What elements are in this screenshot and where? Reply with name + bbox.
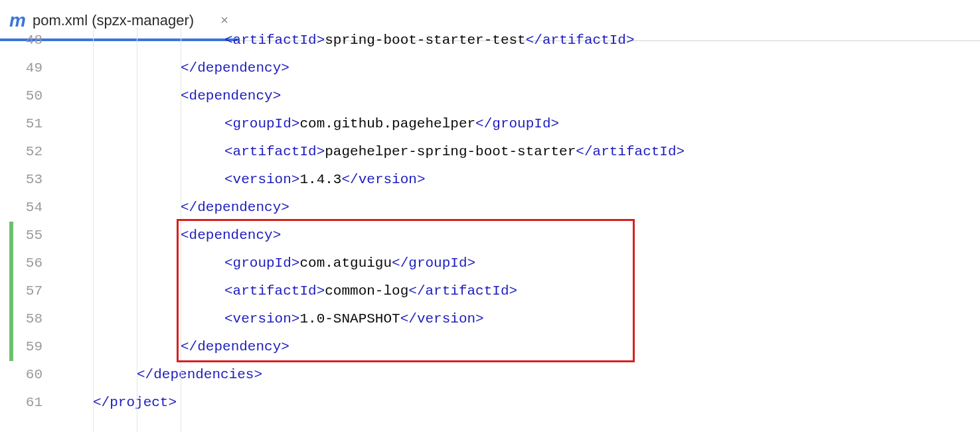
line-number: 59 [0, 333, 42, 361]
code-line[interactable]: <artifactId>common-log</artifactId> [54, 277, 980, 305]
line-number: 58 [0, 305, 42, 333]
code-line[interactable]: <artifactId>spring-boot-starter-test</ar… [54, 27, 980, 54]
line-number: 55 [0, 222, 42, 250]
indent-guide [93, 27, 94, 432]
code-line[interactable]: <groupId>com.atguigu</groupId> [54, 250, 980, 277]
line-number-gutter: 4849505152535455565758596061 [0, 27, 54, 432]
line-number: 56 [0, 250, 42, 277]
indent-guide [137, 27, 137, 432]
line-number: 51 [0, 110, 42, 138]
close-icon[interactable]: × [220, 13, 228, 28]
code-line[interactable]: </dependency> [54, 54, 980, 82]
line-number: 52 [0, 138, 42, 166]
code-line[interactable]: </dependency> [54, 333, 980, 361]
code-line[interactable]: </dependency> [54, 194, 980, 222]
line-number: 48 [0, 27, 42, 54]
line-number: 53 [0, 166, 42, 194]
code-line[interactable]: <groupId>com.github.pagehelper</groupId> [54, 110, 980, 138]
code-line[interactable]: <version>1.4.3</version> [54, 166, 980, 194]
editor-area[interactable]: 4849505152535455565758596061 <artifactId… [0, 41, 980, 432]
line-number: 57 [0, 277, 42, 305]
vcs-change-marker [9, 222, 13, 361]
line-number: 49 [0, 54, 42, 82]
code-line[interactable]: </project> [54, 389, 980, 417]
line-number: 50 [0, 82, 42, 110]
code-line[interactable]: <dependency> [54, 82, 980, 110]
line-number: 60 [0, 361, 42, 389]
code-line[interactable]: </dependencies> [54, 361, 980, 389]
code-line[interactable]: <artifactId>pagehelper-spring-boot-start… [54, 138, 980, 166]
code-content[interactable]: <artifactId>spring-boot-starter-test</ar… [54, 27, 980, 432]
code-line[interactable]: <version>1.0-SNAPSHOT</version> [54, 305, 980, 333]
line-number: 54 [0, 194, 42, 222]
indent-guide [181, 27, 181, 432]
line-number: 61 [0, 389, 42, 417]
code-line[interactable]: <dependency> [54, 222, 980, 250]
